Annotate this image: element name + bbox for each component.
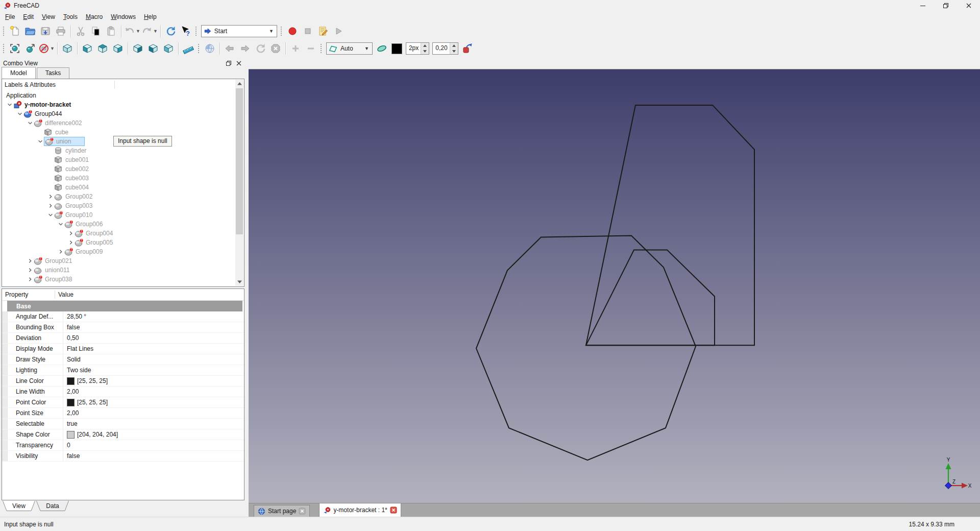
toolbar-grip[interactable] <box>194 26 198 37</box>
view-front-button[interactable] <box>80 41 95 56</box>
tree-item-Group003[interactable]: Group003 <box>2 201 235 210</box>
scroll-up-icon[interactable] <box>235 80 243 88</box>
property-row-lighting[interactable]: LightingTwo side <box>2 365 244 376</box>
refresh-button[interactable] <box>163 23 178 39</box>
line-color-swatch[interactable] <box>391 43 402 54</box>
property-value[interactable]: true <box>63 419 78 429</box>
property-row-transparency[interactable]: Transparency0 <box>2 440 244 451</box>
chevron-down-icon[interactable] <box>6 102 13 108</box>
property-value[interactable]: 2,00 <box>63 387 79 397</box>
property-row-visibility[interactable]: Visibilityfalse <box>2 451 244 462</box>
menu-view[interactable]: View <box>38 12 59 22</box>
property-row-point-color[interactable]: Point Color[25, 25, 25] <box>2 397 244 408</box>
tree-item-cube002[interactable]: cube002 <box>2 164 235 174</box>
property-row-deviation[interactable]: Deviation0,50 <box>2 333 244 344</box>
draw-style-button[interactable]: ▼ <box>38 41 55 56</box>
tree-item-Group021[interactable]: !Group021 <box>2 256 235 266</box>
combo-view-titlebar[interactable]: Combo View <box>0 57 246 68</box>
construction-mode-button[interactable] <box>374 41 389 56</box>
property-value[interactable]: false <box>63 322 80 332</box>
tree-item-Group010[interactable]: !Group010 <box>2 210 235 220</box>
property-value[interactable]: [25, 25, 25] <box>63 376 108 386</box>
nav-stop-button[interactable] <box>268 41 283 56</box>
property-value[interactable]: 28,50 ° <box>63 311 86 322</box>
close-panel-button[interactable] <box>236 60 242 66</box>
snap-distance-spinbox[interactable]: 0,20 <box>432 42 458 55</box>
view-axonometric-button[interactable] <box>60 41 75 56</box>
property-group-base[interactable]: Base <box>7 301 242 311</box>
menu-macro[interactable]: Macro <box>82 12 107 22</box>
view-right-button[interactable] <box>110 41 126 56</box>
spin-up-icon[interactable] <box>450 43 458 49</box>
menu-help[interactable]: Help <box>140 12 161 22</box>
measure-button[interactable] <box>181 41 196 56</box>
tree-scrollbar[interactable] <box>235 80 243 286</box>
tree-header[interactable]: Labels & Attributes <box>2 79 244 90</box>
scrollbar-thumb[interactable] <box>236 88 243 234</box>
3d-canvas[interactable]: Y X Z <box>249 69 980 503</box>
whats-this-button[interactable]: ? <box>178 23 193 39</box>
copy-button[interactable] <box>88 23 104 39</box>
tree-item-Group004[interactable]: !Group004 <box>2 229 235 238</box>
property-value[interactable]: Flat Lines <box>63 344 93 354</box>
tree-item-Group044[interactable]: !Group044 <box>2 109 235 118</box>
chevron-right-icon[interactable] <box>67 230 75 236</box>
property-row-shape-color[interactable]: Shape Color[204, 204, 204] <box>2 429 244 440</box>
view-left-button[interactable] <box>161 41 176 56</box>
document-tab-active[interactable]: y-motor-bracket : 1* <box>319 503 401 517</box>
save-button[interactable] <box>38 23 53 39</box>
tree-item-Group006[interactable]: !Group006 <box>2 220 235 229</box>
menu-windows[interactable]: Windows <box>107 12 140 22</box>
close-button[interactable] <box>957 0 980 11</box>
line-width-spinbox[interactable]: 2px <box>406 42 429 55</box>
property-row-draw-style[interactable]: Draw StyleSolid <box>2 354 244 365</box>
apply-style-button[interactable] <box>460 41 475 56</box>
view-rear-button[interactable] <box>130 41 145 56</box>
paste-button[interactable] <box>104 23 119 39</box>
chevron-down-icon[interactable] <box>57 221 64 227</box>
document-tab-start-page[interactable]: Start page <box>254 505 310 517</box>
property-row-angular-def[interactable]: Angular Def...28,50 ° <box>2 311 244 322</box>
property-row-selectable[interactable]: Selectabletrue <box>2 419 244 429</box>
tree-item-Group005[interactable]: !Group005 <box>2 238 235 247</box>
property-value[interactable]: [204, 204, 204] <box>63 429 118 440</box>
chevron-right-icon[interactable] <box>27 258 34 264</box>
tree-item-cube001[interactable]: cube001 <box>2 155 235 164</box>
macro-stop-button[interactable] <box>300 23 315 39</box>
print-button[interactable] <box>53 23 68 39</box>
open-folder-button[interactable] <box>22 23 38 39</box>
macro-edit-button[interactable] <box>315 23 331 39</box>
chevron-down-icon[interactable] <box>47 212 54 218</box>
float-panel-button[interactable] <box>226 60 232 66</box>
property-value[interactable]: false <box>63 451 80 461</box>
fit-all-button[interactable] <box>7 41 22 56</box>
tab-model[interactable]: Model <box>2 67 36 79</box>
toolbar-grip[interactable] <box>2 43 5 54</box>
chevron-down-icon[interactable] <box>37 138 44 144</box>
workbench-selector[interactable]: Start▼ <box>201 25 277 37</box>
selected-item-highlight[interactable]: !union <box>44 137 85 146</box>
toolbar-grip[interactable] <box>2 26 5 37</box>
chevron-right-icon[interactable] <box>57 249 64 255</box>
menu-tools[interactable]: Tools <box>59 12 82 22</box>
tree-item-cylinder[interactable]: cylinder <box>2 146 235 155</box>
tree-root-application[interactable]: Application <box>2 91 235 100</box>
nav-forward-button[interactable] <box>237 41 253 56</box>
macro-record-button[interactable] <box>285 23 300 39</box>
nav-refresh-button[interactable] <box>253 41 268 56</box>
close-tab-button[interactable] <box>299 508 306 515</box>
minimize-button[interactable] <box>911 0 934 11</box>
tree-item-Group038[interactable]: !Group038 <box>2 275 235 284</box>
web-home-button[interactable] <box>202 41 217 56</box>
menu-edit[interactable]: Edit <box>19 12 38 22</box>
toolbar-grip[interactable] <box>280 26 283 37</box>
view-top-button[interactable] <box>95 41 110 56</box>
spin-up-icon[interactable] <box>421 43 429 49</box>
chevron-right-icon[interactable] <box>47 203 54 209</box>
spin-down-icon[interactable] <box>450 49 458 54</box>
tree-item-cube003[interactable]: cube003 <box>2 174 235 183</box>
chevron-down-icon[interactable] <box>16 111 23 117</box>
chevron-right-icon[interactable] <box>27 276 34 282</box>
spin-down-icon[interactable] <box>421 49 429 54</box>
chevron-right-icon[interactable] <box>47 194 54 200</box>
